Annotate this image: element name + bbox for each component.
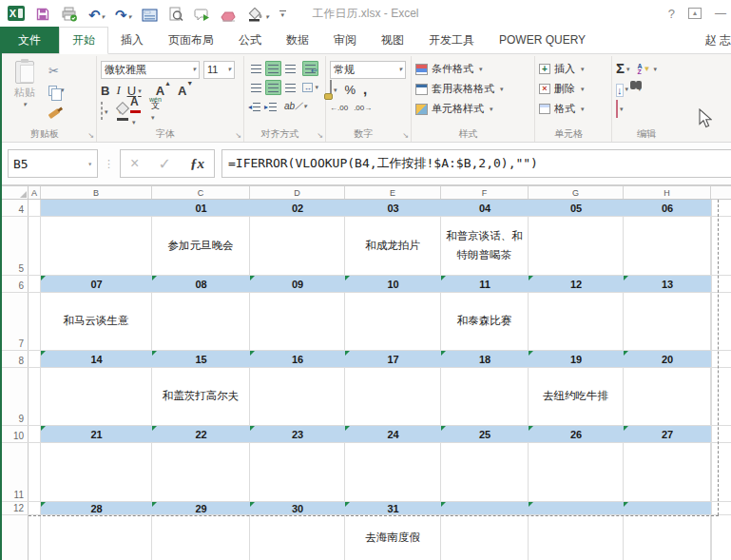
column-header-F[interactable]: F bbox=[441, 186, 529, 199]
format-as-table-button[interactable]: 套用表格格式 bbox=[415, 79, 530, 99]
insert-cells-button[interactable]: +插入 bbox=[539, 59, 607, 79]
event-cell[interactable] bbox=[529, 515, 624, 560]
align-bottom-button[interactable] bbox=[282, 61, 298, 76]
qat-customize-button[interactable]: ▾ bbox=[279, 10, 286, 17]
align-right-button[interactable] bbox=[282, 80, 298, 95]
date-cell[interactable]: 08 bbox=[152, 276, 250, 292]
accounting-format-button[interactable] bbox=[330, 81, 337, 98]
date-cell[interactable]: 29 bbox=[152, 502, 250, 514]
date-cell[interactable]: 18 bbox=[441, 351, 529, 367]
event-cell[interactable]: 和盖茨打高尔夫 bbox=[152, 368, 250, 425]
event-cell[interactable] bbox=[250, 368, 345, 425]
event-cell[interactable] bbox=[250, 515, 345, 560]
select-all-corner[interactable] bbox=[0, 186, 29, 199]
merge-center-button[interactable]: ↔ bbox=[302, 80, 318, 95]
align-center-button[interactable] bbox=[265, 80, 281, 95]
excel-logo-icon[interactable]: X bbox=[8, 6, 25, 21]
increase-indent-button[interactable]: ▸ bbox=[264, 103, 277, 111]
column-header-A[interactable]: A bbox=[29, 186, 41, 199]
tab-review[interactable]: 审阅 bbox=[321, 27, 369, 53]
event-cell[interactable]: 和普京谈话、和特朗普喝茶 bbox=[441, 217, 529, 275]
cell[interactable] bbox=[29, 426, 41, 442]
event-cell[interactable] bbox=[529, 443, 624, 501]
event-cell[interactable] bbox=[250, 293, 345, 350]
decrease-decimal-button[interactable]: .00→ bbox=[354, 104, 372, 112]
date-cell[interactable] bbox=[41, 200, 152, 216]
align-middle-button[interactable] bbox=[265, 61, 281, 76]
increase-decimal-button[interactable]: ←.00 bbox=[330, 104, 348, 112]
event-cell[interactable] bbox=[624, 515, 711, 560]
form-button[interactable] bbox=[142, 5, 158, 22]
event-cell[interactable] bbox=[250, 443, 345, 501]
date-cell[interactable] bbox=[624, 502, 711, 514]
event-cell[interactable] bbox=[441, 443, 529, 501]
date-cell[interactable]: 09 bbox=[250, 276, 345, 292]
column-header-B[interactable]: B bbox=[41, 186, 152, 199]
tab-insert[interactable]: 插入 bbox=[108, 27, 156, 53]
date-cell[interactable]: 23 bbox=[250, 426, 345, 442]
date-cell[interactable]: 19 bbox=[529, 351, 624, 367]
event-cell[interactable]: 参加元旦晚会 bbox=[152, 217, 250, 275]
paste-button[interactable]: 粘贴▾ bbox=[7, 59, 43, 127]
column-header-E[interactable]: E bbox=[345, 186, 441, 199]
row-header[interactable]: 6 bbox=[0, 276, 29, 292]
font-name-select[interactable]: 微软雅黑▾ bbox=[101, 61, 200, 79]
clipboard-dialog-launcher[interactable]: ↘ bbox=[87, 132, 94, 140]
orientation-button[interactable]: ab⟋ bbox=[284, 101, 307, 112]
conditional-formatting-button[interactable]: 条件格式 bbox=[415, 59, 530, 79]
row-header[interactable]: 4 bbox=[0, 200, 29, 216]
date-cell[interactable]: 15 bbox=[152, 351, 250, 367]
fill-bucket-button[interactable]: ▾ bbox=[247, 5, 269, 22]
cell[interactable] bbox=[29, 217, 41, 275]
event-cell[interactable]: 和马云谈生意 bbox=[41, 293, 152, 350]
cell[interactable] bbox=[29, 351, 41, 367]
row-header[interactable]: 7 bbox=[0, 293, 29, 350]
cell[interactable] bbox=[29, 276, 41, 292]
event-cell[interactable] bbox=[41, 515, 152, 560]
cell[interactable] bbox=[29, 443, 41, 501]
row-header[interactable]: 5 bbox=[0, 217, 29, 275]
date-cell[interactable]: 12 bbox=[529, 276, 624, 292]
redo-button[interactable]: ↷▾ bbox=[115, 5, 131, 22]
date-cell[interactable]: 27 bbox=[624, 426, 711, 442]
row-header[interactable]: 9 bbox=[0, 368, 29, 425]
event-cell[interactable] bbox=[250, 217, 345, 275]
date-cell[interactable]: 20 bbox=[624, 351, 711, 367]
format-painter-button[interactable] bbox=[48, 103, 65, 118]
decrease-indent-button[interactable]: ◂ bbox=[248, 103, 260, 111]
shrink-font-button[interactable]: A▼ bbox=[178, 84, 193, 98]
fill-color-button[interactable] bbox=[117, 103, 123, 120]
tab-formulas[interactable]: 公式 bbox=[226, 27, 274, 53]
bold-button[interactable]: B bbox=[101, 84, 109, 98]
align-left-button[interactable] bbox=[248, 80, 264, 95]
event-cell[interactable] bbox=[441, 368, 529, 425]
date-cell[interactable]: 21 bbox=[41, 426, 152, 442]
tab-file[interactable]: 文件 bbox=[0, 27, 59, 53]
event-cell[interactable] bbox=[152, 293, 250, 350]
name-box-arrow-icon[interactable]: ▾ bbox=[87, 160, 92, 168]
tab-home[interactable]: 开始 bbox=[59, 27, 108, 54]
insert-function-button[interactable]: ƒx bbox=[190, 156, 204, 172]
event-cell[interactable] bbox=[41, 368, 152, 425]
row-header[interactable] bbox=[0, 515, 29, 560]
date-cell[interactable]: 31 bbox=[345, 502, 441, 514]
date-cell[interactable] bbox=[441, 502, 529, 514]
date-cell[interactable]: 06 bbox=[624, 200, 711, 216]
date-cell[interactable]: 22 bbox=[152, 426, 250, 442]
date-cell[interactable]: 28 bbox=[41, 502, 152, 514]
event-cell[interactable]: 去纽约吃牛排 bbox=[529, 368, 624, 425]
clear-button[interactable] bbox=[616, 101, 624, 118]
minimize-button[interactable]: — bbox=[715, 7, 725, 20]
font-color-button[interactable]: A bbox=[130, 92, 141, 130]
date-cell[interactable]: 01 bbox=[152, 200, 250, 216]
wrap-text-button[interactable]: ↩ bbox=[302, 61, 318, 76]
user-name[interactable]: 赵 志 bbox=[705, 27, 731, 53]
undo-button[interactable]: ↶▾ bbox=[88, 5, 105, 22]
date-cell[interactable] bbox=[529, 502, 624, 514]
column-header-D[interactable]: D bbox=[250, 186, 345, 199]
phonetic-button[interactable]: wén文 bbox=[149, 97, 162, 126]
event-cell[interactable] bbox=[529, 293, 624, 350]
sort-filter-button[interactable]: AZ ▼ bbox=[638, 64, 658, 75]
speak-cells-button[interactable] bbox=[194, 5, 210, 22]
cut-button[interactable]: ✂ bbox=[48, 63, 65, 78]
